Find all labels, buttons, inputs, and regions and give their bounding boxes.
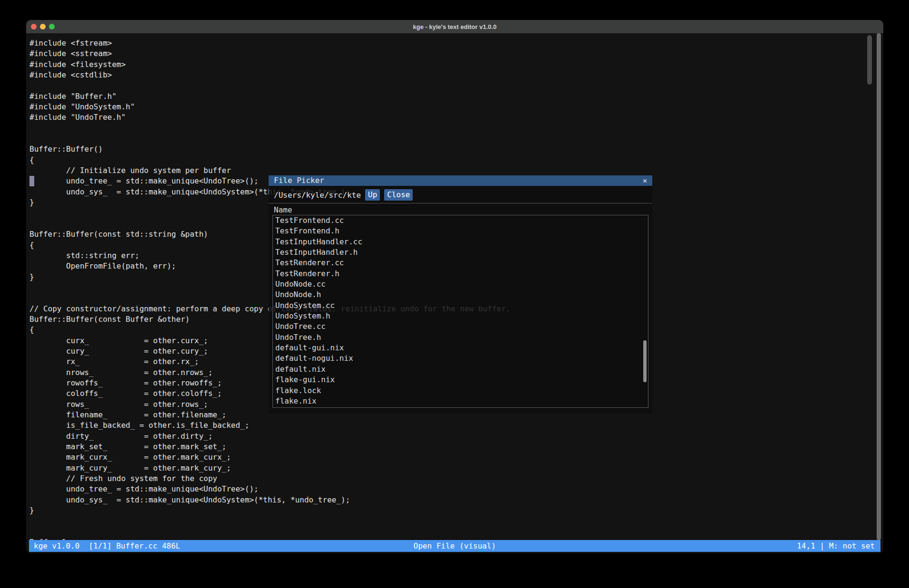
- close-button[interactable]: Close: [384, 189, 413, 201]
- text-cursor: [29, 176, 34, 186]
- file-list-item[interactable]: UndoNode.h: [273, 289, 648, 300]
- window-scrollbar-track[interactable]: [877, 33, 881, 540]
- desktop: kge - kyle's text editor v1.0.0 #include…: [0, 0, 909, 588]
- file-list: TestFrontend.ccTestFrontend.hTestInputHa…: [272, 215, 648, 408]
- file-list-item[interactable]: UndoTree.cc: [273, 321, 648, 332]
- file-list-item[interactable]: default-gui.nix: [273, 343, 648, 353]
- file-list-item[interactable]: UndoSystem.h: [273, 311, 648, 321]
- file-picker-dialog: File Picker ✕ /Users/kyle/src/kte Up Clo…: [269, 175, 652, 414]
- file-list-item[interactable]: UndoSystem.cc: [273, 300, 648, 311]
- file-picker-body: /Users/kyle/src/kte Up Close Name TestFr…: [269, 186, 652, 414]
- status-right: 14,1 | M: not set: [797, 540, 875, 552]
- file-list-item[interactable]: flake.lock: [273, 386, 648, 396]
- status-bar: kge v1.0.0 [1/1] Buffer.cc 486L Open Fil…: [29, 540, 880, 552]
- file-list-item[interactable]: TestFrontend.h: [273, 226, 648, 236]
- file-list-item[interactable]: TestFrontend.cc: [273, 215, 648, 226]
- current-path: /Users/kyle/src/kte: [274, 191, 361, 200]
- file-list-item[interactable]: UndoNode.cc: [273, 279, 648, 289]
- path-row: /Users/kyle/src/kte Up Close: [269, 189, 652, 201]
- file-picker-title: File Picker: [274, 175, 324, 186]
- file-list-item[interactable]: UndoTree.h: [273, 332, 648, 343]
- window-titlebar[interactable]: kge - kyle's text editor v1.0.0: [26, 20, 883, 33]
- file-list-item[interactable]: default-nogui.nix: [273, 353, 648, 364]
- file-list-item[interactable]: flake.nix: [273, 396, 648, 406]
- window-title: kge - kyle's text editor v1.0.0: [26, 23, 883, 30]
- file-list-item[interactable]: flake-gui.nix: [273, 375, 648, 385]
- editor-window: kge - kyle's text editor v1.0.0 #include…: [26, 20, 883, 553]
- column-header-name: Name: [269, 203, 652, 215]
- file-list-item[interactable]: TestInputHandler.h: [273, 247, 648, 258]
- close-icon[interactable]: ✕: [643, 175, 647, 186]
- file-list-item[interactable]: TestRenderer.h: [273, 269, 648, 279]
- editor-scrollbar-thumb[interactable]: [867, 35, 872, 85]
- up-button[interactable]: Up: [365, 189, 380, 201]
- file-list-scrollbar-thumb[interactable]: [643, 340, 647, 382]
- file-list-item[interactable]: TestRenderer.cc: [273, 258, 648, 268]
- file-picker-titlebar[interactable]: File Picker ✕: [269, 175, 652, 186]
- file-list-item[interactable]: default.nix: [273, 364, 648, 375]
- file-list-item[interactable]: TestInputHandler.cc: [273, 237, 648, 247]
- status-center: Open File (visual): [29, 540, 880, 552]
